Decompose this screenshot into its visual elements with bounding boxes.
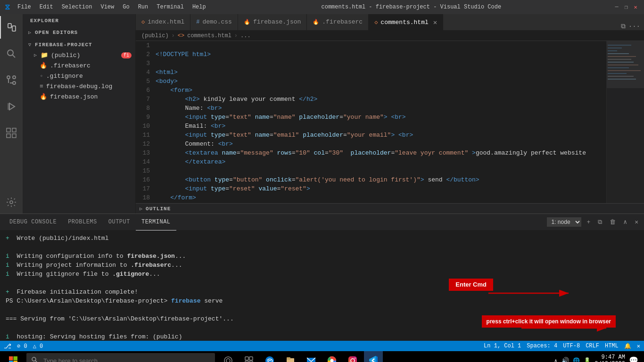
firebase-json-icon: 🔥: [40, 93, 47, 100]
windows-start-button[interactable]: [2, 351, 25, 362]
search-activity-icon[interactable]: [0, 42, 23, 65]
svg-rect-1: [12, 26, 16, 31]
extensions-activity-icon[interactable]: [0, 122, 23, 144]
kill-terminal-icon[interactable]: 🗑: [608, 218, 618, 227]
menu-terminal[interactable]: Terminal: [153, 3, 188, 11]
public-folder-item[interactable]: ▷ 📁 (public) fi: [23, 50, 135, 60]
line-endings[interactable]: CRLF: [586, 343, 599, 350]
breadcrumb-comments-html[interactable]: comments.html: [187, 33, 231, 39]
code-line-4: 4 <html>: [136, 68, 606, 77]
taskbar-search-input[interactable]: [26, 353, 215, 362]
taskbar-mail-icon[interactable]: [302, 351, 321, 362]
maximize-button[interactable]: ❐: [622, 3, 630, 11]
terminal-line-6: PS C:\Users\Arslan\Desktop\firebase-proj…: [6, 297, 638, 305]
menu-view[interactable]: View: [97, 3, 118, 11]
svg-point-2: [8, 50, 13, 56]
svg-rect-12: [7, 134, 10, 138]
line-num-11: 11: [136, 131, 156, 140]
tab-demo-css[interactable]: # demo.css: [190, 14, 238, 30]
problems-tab[interactable]: Problems: [62, 214, 103, 230]
minimize-button[interactable]: —: [613, 3, 620, 11]
taskbar-chrome-icon[interactable]: [322, 351, 341, 362]
errors-count[interactable]: ⊘ 0: [17, 343, 27, 350]
tab-firebaserc[interactable]: 🔥 .firebaserc: [307, 14, 369, 30]
menu-bar[interactable]: File Edit Selection View Go Run Terminal…: [14, 3, 210, 11]
menu-edit[interactable]: Edit: [36, 3, 57, 11]
menu-help[interactable]: Help: [189, 3, 210, 11]
line-num-18: 18: [136, 193, 156, 202]
language-mode[interactable]: HTML: [605, 343, 619, 350]
project-toggle[interactable]: ▽ Firebase-Project: [23, 40, 135, 50]
terminal-line-8: i hosting: Serving hosting files from: (…: [6, 333, 638, 341]
settings-activity-icon[interactable]: [0, 191, 23, 214]
panel-tab-actions: 1: node + ⧉ 🗑 ∧ ✕: [547, 217, 640, 227]
split-terminal-icon[interactable]: ⧉: [596, 218, 604, 227]
menu-file[interactable]: File: [14, 3, 35, 11]
taskbar-files-icon[interactable]: [281, 351, 300, 362]
notifications-icon[interactable]: 🔔: [624, 343, 631, 350]
new-terminal-icon[interactable]: +: [585, 218, 593, 227]
encoding[interactable]: UTF-8: [563, 343, 580, 350]
menu-go[interactable]: Go: [119, 3, 133, 11]
editor-area: ◇ index.html # demo.css 🔥 firebase.json …: [136, 14, 644, 214]
window-controls[interactable]: — ❐ ✕: [613, 3, 639, 11]
firebaserc-file[interactable]: 🔥 .firebaserc: [23, 60, 135, 71]
speaker-icon[interactable]: 🔊: [561, 357, 569, 362]
terminal-line-5: + Firebase initialization complete!: [6, 288, 638, 296]
taskbar-instagram-icon[interactable]: [343, 351, 362, 362]
line-content-6: <form>: [156, 86, 606, 95]
cursor-position[interactable]: Ln 1, Col 1: [484, 343, 521, 350]
network-icon[interactable]: 🌐: [573, 357, 580, 362]
output-tab[interactable]: Output: [103, 214, 136, 230]
tab-index-html[interactable]: ◇ index.html: [136, 14, 190, 30]
firebase-json-file[interactable]: 🔥 firebase.json: [23, 91, 135, 102]
comments-html-tab-close[interactable]: ✕: [433, 18, 437, 26]
close-panel-icon[interactable]: ✕: [633, 217, 640, 227]
taskbar-cortana-icon[interactable]: [219, 351, 238, 362]
tab-firebase-json[interactable]: 🔥 firebase.json: [238, 14, 307, 30]
explorer-activity-icon[interactable]: [0, 16, 23, 39]
menu-selection[interactable]: Selection: [58, 3, 96, 11]
terminal-content[interactable]: + Wrote (public)/index.html i Writing co…: [0, 230, 644, 341]
outline-section[interactable]: ▷ OUTLINE: [136, 203, 644, 214]
chevron-up-icon[interactable]: ∧: [554, 358, 558, 362]
taskbar-vscode-icon[interactable]: [364, 351, 383, 362]
warnings-count[interactable]: △ 0: [33, 343, 43, 350]
taskbar-search-container[interactable]: [26, 353, 215, 362]
line-num-7: 7: [136, 95, 156, 104]
terminal-selector[interactable]: 1: node: [547, 217, 581, 227]
line-content-5: <body>: [156, 77, 606, 86]
debug-console-tab[interactable]: Debug Console: [4, 214, 62, 230]
terminal-tab[interactable]: Terminal: [136, 214, 176, 230]
svg-point-5: [13, 82, 16, 84]
open-editors-toggle[interactable]: ▷ Open Editors: [23, 27, 135, 38]
split-editor-icon[interactable]: ⧉: [621, 23, 626, 30]
notification-center-icon[interactable]: 💬: [629, 356, 638, 362]
spaces[interactable]: Spaces: 4: [527, 343, 557, 350]
gitignore-file[interactable]: ◦ .gitignore: [23, 71, 135, 81]
taskbar-clock[interactable]: 9:47 AM 3/12/2020: [594, 354, 625, 362]
menu-run[interactable]: Run: [134, 3, 152, 11]
taskbar-edge-icon[interactable]: [260, 351, 279, 362]
source-control-activity-icon[interactable]: [0, 69, 23, 91]
taskbar-search-icon: [31, 356, 38, 362]
run-activity-icon[interactable]: [0, 95, 23, 118]
svg-rect-13: [12, 134, 16, 138]
breadcrumb-ellipsis[interactable]: ...: [240, 33, 251, 39]
taskbar-right: ∧ 🔊 🌐 🔋 9:47 AM 3/12/2020 💬: [554, 354, 642, 362]
taskbar-task-view-icon[interactable]: [239, 351, 258, 362]
status-right: Ln 1, Col 1 Spaces: 4 UTF-8 CRLF HTML 🔔 …: [484, 343, 640, 350]
more-actions-icon[interactable]: ···: [628, 23, 640, 30]
close-button[interactable]: ✕: [632, 3, 639, 11]
git-branch-icon: ⎇: [4, 342, 11, 350]
svg-line-3: [13, 55, 16, 58]
breadcrumb-public[interactable]: (public): [141, 33, 169, 39]
code-editor[interactable]: 1 2 <!DOCTYPE html> 3 4: [136, 41, 606, 203]
debug-log-file[interactable]: ≡ firebase-debug.log: [23, 81, 135, 91]
tab-comments-html[interactable]: ◇ comments.html ✕: [369, 14, 443, 30]
maximize-panel-icon[interactable]: ∧: [621, 217, 629, 227]
battery-icon[interactable]: 🔋: [584, 357, 591, 362]
close-notifications-icon[interactable]: ✕: [637, 343, 640, 350]
firebaserc-tab-label: .firebaserc: [322, 18, 363, 25]
public-badge: fi: [121, 52, 132, 58]
